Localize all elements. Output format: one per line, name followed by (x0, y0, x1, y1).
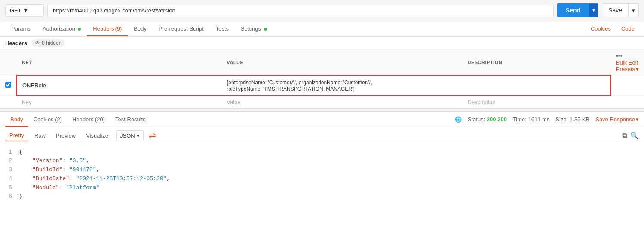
row-key-cell[interactable]: ONERole (17, 75, 221, 96)
wrap-icon: ⇌ (149, 131, 156, 140)
tab-body[interactable]: Body (128, 21, 153, 36)
col-check (0, 50, 17, 75)
response-meta: 🌐 Status: 200 200 Time: 1611 ms Size: 1.… (455, 116, 639, 123)
size-label: Size: 1.35 KB (555, 116, 589, 123)
response-code-area: 1 { 2 "Version": "3.5", 3 "BuildId": "90… (0, 144, 644, 205)
send-button-group: Send ▾ (557, 3, 598, 17)
new-desc-cell[interactable]: Description (463, 96, 611, 108)
col-description: DESCRIPTION (463, 50, 611, 75)
save-response-arrow-icon: ▾ (636, 116, 639, 123)
row-value-cell[interactable]: {enterpriseName: 'CustomerA', organizati… (221, 75, 462, 96)
tab-tests[interactable]: Tests (210, 21, 235, 36)
row-actions-cell (611, 75, 644, 96)
resp-tab-headers[interactable]: Headers (20) (67, 112, 110, 127)
resp-tab-test-results[interactable]: Test Results (110, 112, 151, 127)
col-actions: ••• Bulk Edit Presets ▾ (611, 50, 644, 75)
copy-button[interactable]: ⧉ (622, 132, 627, 140)
more-button[interactable]: ••• (616, 52, 623, 59)
code-line-5: 5 "Module": "Platform" (5, 184, 639, 193)
row-value: {enterpriseName: 'CustomerA', organizati… (227, 80, 372, 92)
url-input[interactable] (47, 4, 554, 17)
row-key: ONERole (22, 82, 46, 89)
tab-authorization[interactable]: Authorization (37, 21, 87, 36)
col-key: KEY (17, 50, 221, 75)
tab-settings[interactable]: Settings (235, 21, 273, 36)
right-tabs: Cookies Code (586, 21, 639, 36)
row-checkbox-cell (0, 75, 17, 96)
method-select[interactable]: GET ▾ (5, 4, 44, 17)
authorization-dot (78, 28, 81, 31)
headers-table-container: KEY VALUE DESCRIPTION ••• Bulk Edit Pres… (0, 50, 644, 108)
size-value: 1.35 KB (570, 116, 589, 123)
hidden-badge[interactable]: 👁 8 hidden (31, 39, 65, 47)
headers-label: Headers (5, 40, 27, 46)
method-arrow-icon: ▾ (24, 7, 27, 14)
code-link[interactable]: Code (617, 21, 639, 36)
time-label: Time: 1611 ms (513, 116, 550, 123)
col-value: VALUE (221, 50, 462, 75)
settings-dot (264, 28, 267, 31)
top-bar: GET ▾ Send ▾ Save ▾ (0, 0, 644, 21)
wrap-button[interactable]: ⇌ (149, 130, 156, 141)
headers-section: Headers 👁 8 hidden (0, 37, 644, 50)
format-arrow-icon: ▾ (137, 132, 140, 139)
send-button[interactable]: Send (557, 3, 589, 17)
resp-tab-body[interactable]: Body (5, 112, 28, 127)
tab-prerequest[interactable]: Pre-request Script (153, 21, 210, 36)
row-desc-cell[interactable] (463, 75, 611, 96)
code-line-6: 6 } (5, 192, 639, 201)
new-key-cell[interactable]: Key (17, 96, 221, 108)
send-dropdown-button[interactable]: ▾ (589, 4, 598, 17)
save-button-group: Save ▾ (602, 3, 639, 17)
request-tabs: Params Authorization Headers(9) Body Pre… (0, 21, 644, 37)
time-value: 1611 ms (528, 116, 550, 123)
presets-button[interactable]: Presets ▾ (616, 66, 639, 72)
response-right-icons: ⧉ 🔍 (622, 132, 639, 140)
code-line-4: 4 "BuildDate": "2021-11-28T10:57:12-05:0… (5, 175, 639, 184)
status-label: Status: 200 200 (468, 116, 507, 123)
tab-headers[interactable]: Headers(9) (87, 21, 128, 36)
new-value-cell[interactable]: Value (221, 96, 462, 108)
save-dropdown-button[interactable]: ▾ (628, 4, 638, 17)
globe-icon: 🌐 (455, 116, 462, 123)
fmt-tab-pretty[interactable]: Pretty (5, 130, 28, 141)
search-button[interactable]: 🔍 (630, 132, 639, 140)
section-divider (0, 108, 644, 112)
presets-arrow-icon: ▾ (636, 66, 639, 72)
fmt-tab-visualize[interactable]: Visualize (82, 130, 113, 141)
status-value: 200 200 (487, 116, 507, 123)
fmt-tab-preview[interactable]: Preview (52, 130, 80, 141)
save-button[interactable]: Save (602, 4, 628, 17)
method-label: GET (10, 7, 21, 14)
cookies-link[interactable]: Cookies (586, 21, 615, 36)
save-response-button[interactable]: Save Response ▾ (595, 116, 639, 123)
bulk-edit-button[interactable]: Bulk Edit (616, 59, 638, 66)
row-checkbox[interactable] (5, 82, 11, 88)
eye-icon: 👁 (35, 40, 40, 46)
empty-header-row: Key Value Description (0, 96, 644, 108)
format-select[interactable]: JSON ▾ (116, 130, 144, 141)
headers-table: KEY VALUE DESCRIPTION ••• Bulk Edit Pres… (0, 50, 644, 108)
code-line-2: 2 "Version": "3.5", (5, 157, 639, 166)
hidden-count: 8 hidden (42, 40, 61, 46)
code-line-1: 1 { (5, 148, 639, 157)
code-line-3: 3 "BuildId": "904478", (5, 166, 639, 175)
format-bar: Pretty Raw Preview Visualize JSON ▾ ⇌ ⧉ … (0, 127, 644, 144)
tab-params[interactable]: Params (5, 21, 37, 36)
table-row: ONERole {enterpriseName: 'CustomerA', or… (0, 75, 644, 96)
response-tabs-bar: Body Cookies (2) Headers (20) Test Resul… (0, 112, 644, 127)
resp-tab-cookies[interactable]: Cookies (2) (28, 112, 67, 127)
fmt-tab-raw[interactable]: Raw (30, 130, 50, 141)
